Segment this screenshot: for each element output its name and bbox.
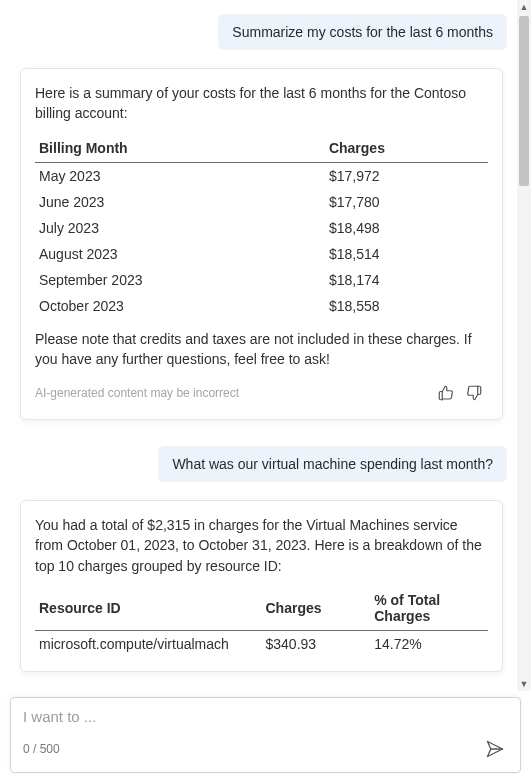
chat-input[interactable]: I want to ... 0 / 500	[10, 697, 521, 773]
resource-table: Resource ID Charges % of Total Charges m…	[35, 586, 488, 657]
thumbs-down-button[interactable]	[460, 379, 488, 407]
col-billing-month: Billing Month	[35, 134, 325, 163]
thumbs-up-icon	[437, 384, 455, 402]
chat-input-placeholder: I want to ...	[23, 708, 510, 734]
char-counter: 0 / 500	[23, 742, 480, 756]
scroll-up-arrow[interactable]: ▲	[517, 0, 531, 14]
ai-disclaimer: AI-generated content may be incorrect	[35, 386, 432, 400]
table-row: microsoft.compute/virtualmach $340.93 14…	[35, 631, 488, 658]
table-row: May 2023$17,972	[35, 162, 488, 189]
col-resource-id: Resource ID	[35, 586, 262, 631]
ai-message-card: You had a total of $2,315 in charges for…	[20, 500, 503, 672]
scroll-down-arrow[interactable]: ▼	[517, 677, 531, 691]
col-pct-total: % of Total Charges	[370, 586, 488, 631]
table-row: October 2023$18,558	[35, 293, 488, 319]
ai-message-card: Here is a summary of your costs for the …	[20, 68, 503, 420]
thumbs-down-icon	[465, 384, 483, 402]
table-row: July 2023$18,498	[35, 215, 488, 241]
ai-outro-text: Please note that credits and taxes are n…	[35, 329, 488, 370]
scroll-thumb[interactable]	[519, 16, 529, 186]
thumbs-up-button[interactable]	[432, 379, 460, 407]
user-message: What was our virtual machine spending la…	[158, 446, 507, 482]
send-button[interactable]	[480, 734, 510, 764]
chat-scroll-area[interactable]: Summarize my costs for the last 6 months…	[0, 0, 517, 691]
col-charges: Charges	[262, 586, 371, 631]
user-message: Summarize my costs for the last 6 months	[218, 14, 507, 50]
scrollbar[interactable]: ▲ ▼	[517, 0, 531, 691]
table-row: June 2023$17,780	[35, 189, 488, 215]
col-charges: Charges	[325, 134, 488, 163]
ai-intro-text: You had a total of $2,315 in charges for…	[35, 515, 488, 576]
table-row: September 2023$18,174	[35, 267, 488, 293]
send-icon	[485, 739, 505, 759]
table-row: August 2023$18,514	[35, 241, 488, 267]
ai-intro-text: Here is a summary of your costs for the …	[35, 83, 488, 124]
costs-table: Billing Month Charges May 2023$17,972 Ju…	[35, 134, 488, 319]
